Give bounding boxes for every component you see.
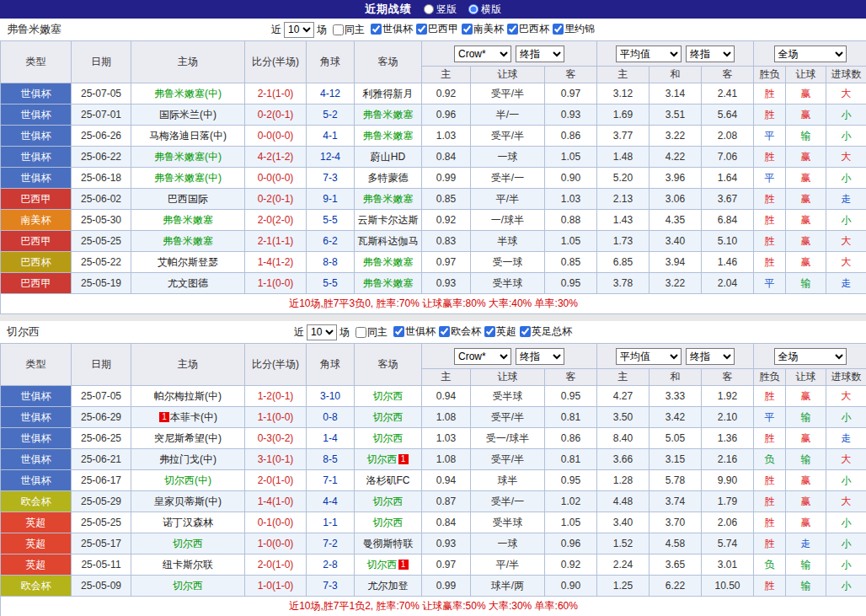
league-checkbox[interactable] <box>439 326 450 337</box>
score: 3-1(0-1) <box>245 449 307 470</box>
corners: 8-8 <box>307 252 355 273</box>
league-checkbox[interactable] <box>393 326 404 337</box>
fulltime-select[interactable]: 全场 <box>774 46 847 62</box>
team-cell: 切尔西1 <box>355 449 422 470</box>
odds-value: 5.10 <box>702 231 754 252</box>
page-title: 近期战绩 <box>365 2 412 17</box>
handicap-result-flag: 赢 <box>786 168 826 189</box>
league-filter-option[interactable]: 里约锦 <box>549 22 595 36</box>
recent-count-select[interactable]: 10 <box>284 22 314 38</box>
team-cell: 切尔西 <box>355 428 422 449</box>
league-badge: 巴西甲 <box>1 231 72 252</box>
league-filter-option[interactable]: 巴西甲 <box>413 22 458 36</box>
same-home-checkbox[interactable] <box>333 24 344 35</box>
league-checkbox[interactable] <box>371 24 382 35</box>
handicap-result-flag: 赢 <box>786 252 826 273</box>
odds-value: 1.69 <box>597 104 650 126</box>
sub-away-odds: 客 <box>545 67 597 83</box>
average-select[interactable]: 平均值 <box>616 348 682 365</box>
league-filter-option[interactable]: 英超 <box>481 324 516 339</box>
league-badge: 欧会杯 <box>1 491 72 512</box>
team-cell: 弗鲁米嫩塞(中) <box>131 147 245 168</box>
team-label: 洛杉矶FC <box>366 474 410 486</box>
odds-value: 0.84 <box>422 147 471 168</box>
col-home: 主场 <box>131 41 245 83</box>
handicap-result-flag: 输 <box>786 407 826 428</box>
handicap-result-flag: 赢 <box>786 231 826 252</box>
league-filter-option[interactable]: 世俱杯 <box>367 22 413 36</box>
bookmaker-select[interactable]: Crow* <box>454 46 511 62</box>
team-cell: 弗鲁米嫩塞 <box>355 104 422 126</box>
score: 1-1(0-0) <box>245 407 307 428</box>
layout-horizontal-option[interactable]: 横版 <box>468 3 501 17</box>
final-odds-select-2[interactable]: 终指 <box>686 46 735 62</box>
odds-value: 3.78 <box>597 273 650 294</box>
sub-handicap: 让球 <box>471 369 545 386</box>
team-label: 巴西国际 <box>168 193 208 205</box>
same-home-checkbox[interactable] <box>355 327 366 338</box>
same-home-option[interactable]: 同主 <box>352 325 388 340</box>
match-date: 25-05-30 <box>72 210 131 231</box>
goals-result-flag: 小 <box>826 168 866 189</box>
league-checkbox[interactable] <box>553 24 564 35</box>
match-row: 巴西甲25-05-25弗鲁米嫩塞2-1(1-1)6-2瓦斯科达伽马0.83半球1… <box>1 231 866 252</box>
result-flag: 平 <box>754 407 786 428</box>
odds-value: 10.50 <box>702 576 754 597</box>
result-flag: 胜 <box>754 386 786 407</box>
horizontal-radio[interactable] <box>468 4 478 14</box>
final-odds-select[interactable]: 终指 <box>516 348 564 365</box>
team-label: 弗鲁米嫩塞 <box>163 235 213 247</box>
odds-value: 1.64 <box>702 168 754 189</box>
odds-value: 3.70 <box>650 512 702 533</box>
match-row: 巴西甲25-05-19尤文图德1-1(0-0)5-5弗鲁米嫩塞0.93受半球0.… <box>1 273 866 294</box>
team-cell: 巴西国际 <box>131 189 245 210</box>
same-home-option[interactable]: 同主 <box>329 23 365 37</box>
final-odds-select[interactable]: 终指 <box>516 46 564 62</box>
handicap-odds-group: Crow* 终指 <box>422 41 597 67</box>
league-filter-option[interactable]: 南美杯 <box>458 22 504 36</box>
team-cell: 弗鲁米嫩塞(中) <box>131 83 245 104</box>
corners: 5-2 <box>307 104 355 126</box>
match-date: 25-05-17 <box>72 533 131 554</box>
league-filter-option[interactable]: 英足总杯 <box>516 324 572 339</box>
odds-value: 3.06 <box>650 189 702 210</box>
odds-value: 0.99 <box>422 576 471 597</box>
corners: 5-5 <box>307 273 355 294</box>
bookmaker-select[interactable]: Crow* <box>454 348 511 365</box>
final-odds-select-2[interactable]: 终指 <box>686 348 735 365</box>
section-chelsea: 切尔西 近 10 场 同主 世俱杯欧会杯英超英足总杯 类型 日期 主场 <box>0 321 866 616</box>
handicap-result-flag: 输 <box>786 126 826 147</box>
league-filter-option[interactable]: 巴西杯 <box>504 22 549 36</box>
odds-value: 2.10 <box>702 407 754 428</box>
recent-count-select[interactable]: 10 <box>307 324 337 340</box>
league-filter-option[interactable]: 欧会杯 <box>436 324 481 339</box>
league-checkbox[interactable] <box>484 326 495 337</box>
odds-value: 2.41 <box>702 83 754 104</box>
odds-value: 3.22 <box>650 126 702 147</box>
goals-result-flag: 大 <box>826 231 866 252</box>
sub-euro-home: 主 <box>597 67 650 83</box>
goals-result-flag: 走 <box>826 428 866 449</box>
league-badge: 世俱杯 <box>1 428 72 449</box>
layout-vertical-option[interactable]: 竖版 <box>424 3 457 17</box>
fulltime-select[interactable]: 全场 <box>774 348 847 365</box>
team-cell: 国际米兰(中) <box>131 104 245 126</box>
league-checkbox[interactable] <box>507 24 518 35</box>
col-score: 比分(半场) <box>245 41 307 83</box>
vertical-radio[interactable] <box>424 4 434 14</box>
league-checkbox[interactable] <box>520 326 531 337</box>
odds-value: 0.99 <box>422 168 471 189</box>
sub-home-odds: 主 <box>422 369 471 386</box>
section-header: 切尔西 近 10 场 同主 世俱杯欧会杯英超英足总杯 <box>0 321 866 343</box>
league-checkbox[interactable] <box>462 24 473 35</box>
odds-value: 1.05 <box>545 147 597 168</box>
average-select[interactable]: 平均值 <box>616 46 682 62</box>
topbar: 近期战绩 竖版 横版 <box>0 0 866 19</box>
corners: 0-8 <box>307 407 355 428</box>
match-row: 世俱杯25-06-291本菲卡(中)1-1(0-0)0-8切尔西1.08受平/半… <box>1 407 866 428</box>
odds-value: 1.08 <box>422 449 471 470</box>
league-checkbox[interactable] <box>416 24 427 35</box>
league-filter-option[interactable]: 世俱杯 <box>390 324 436 339</box>
league-badge: 英超 <box>1 533 72 554</box>
team-label: 弗鲁米嫩塞 <box>163 214 213 226</box>
